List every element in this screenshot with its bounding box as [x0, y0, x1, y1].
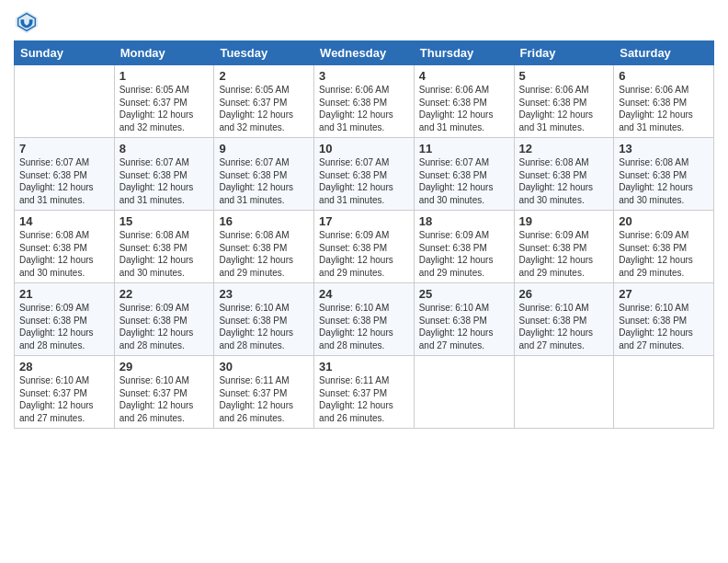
calendar-cell: 14Sunrise: 6:08 AMSunset: 6:38 PMDayligh… — [15, 211, 115, 283]
day-number: 21 — [19, 287, 109, 301]
calendar-page: SundayMondayTuesdayWednesdayThursdayFrid… — [0, 0, 728, 563]
day-info: Sunrise: 6:09 AMSunset: 6:38 PMDaylight:… — [619, 229, 709, 279]
day-number: 13 — [619, 142, 709, 155]
calendar-cell — [614, 356, 714, 429]
day-number: 18 — [419, 214, 509, 228]
weekday-header-row: SundayMondayTuesdayWednesdayThursdayFrid… — [15, 41, 714, 65]
week-row-4: 21Sunrise: 6:09 AMSunset: 6:38 PMDayligh… — [15, 283, 714, 356]
calendar-cell: 16Sunrise: 6:08 AMSunset: 6:38 PMDayligh… — [214, 211, 314, 283]
day-info: Sunrise: 6:07 AMSunset: 6:38 PMDaylight:… — [119, 156, 210, 206]
day-info: Sunrise: 6:09 AMSunset: 6:38 PMDaylight:… — [119, 302, 210, 351]
day-number: 30 — [219, 360, 309, 373]
calendar-cell: 18Sunrise: 6:09 AMSunset: 6:38 PMDayligh… — [414, 211, 514, 283]
day-number: 12 — [519, 142, 609, 155]
day-number: 27 — [619, 287, 709, 301]
day-number: 23 — [219, 287, 309, 301]
calendar-cell: 24Sunrise: 6:10 AMSunset: 6:38 PMDayligh… — [314, 283, 415, 356]
calendar-cell: 1Sunrise: 6:05 AMSunset: 6:37 PMDaylight… — [114, 65, 214, 138]
day-number: 28 — [19, 360, 109, 373]
day-number: 10 — [319, 142, 409, 155]
calendar-cell: 13Sunrise: 6:08 AMSunset: 6:38 PMDayligh… — [614, 138, 714, 211]
calendar-cell: 15Sunrise: 6:08 AMSunset: 6:38 PMDayligh… — [114, 211, 214, 283]
week-row-1: 1Sunrise: 6:05 AMSunset: 6:37 PMDaylight… — [15, 65, 714, 138]
weekday-header-tuesday: Tuesday — [214, 41, 314, 65]
calendar-cell: 2Sunrise: 6:05 AMSunset: 6:37 PMDaylight… — [214, 65, 314, 138]
day-info: Sunrise: 6:05 AMSunset: 6:37 PMDaylight:… — [219, 84, 309, 133]
svg-marker-0 — [16, 11, 38, 33]
day-number: 31 — [319, 360, 409, 373]
calendar-cell: 22Sunrise: 6:09 AMSunset: 6:38 PMDayligh… — [114, 283, 214, 356]
calendar-cell: 3Sunrise: 6:06 AMSunset: 6:38 PMDaylight… — [314, 65, 415, 138]
header — [14, 9, 714, 35]
calendar-cell: 29Sunrise: 6:10 AMSunset: 6:37 PMDayligh… — [114, 356, 214, 429]
day-info: Sunrise: 6:10 AMSunset: 6:38 PMDaylight:… — [619, 302, 709, 351]
day-info: Sunrise: 6:11 AMSunset: 6:37 PMDaylight:… — [219, 374, 309, 424]
day-info: Sunrise: 6:06 AMSunset: 6:38 PMDaylight:… — [319, 84, 409, 133]
weekday-header-monday: Monday — [114, 41, 214, 65]
day-number: 26 — [519, 287, 609, 301]
calendar-cell — [414, 356, 514, 429]
day-info: Sunrise: 6:06 AMSunset: 6:38 PMDaylight:… — [519, 84, 609, 133]
day-info: Sunrise: 6:10 AMSunset: 6:38 PMDaylight:… — [519, 302, 609, 351]
day-info: Sunrise: 6:10 AMSunset: 6:38 PMDaylight:… — [219, 302, 309, 351]
weekday-header-thursday: Thursday — [414, 41, 514, 65]
day-number: 24 — [319, 287, 409, 301]
day-info: Sunrise: 6:08 AMSunset: 6:38 PMDaylight:… — [519, 156, 609, 206]
day-info: Sunrise: 6:07 AMSunset: 6:38 PMDaylight:… — [319, 156, 409, 206]
day-number: 1 — [119, 69, 210, 83]
day-number: 15 — [119, 214, 210, 228]
day-number: 4 — [419, 69, 509, 83]
calendar-cell: 26Sunrise: 6:10 AMSunset: 6:38 PMDayligh… — [514, 283, 614, 356]
day-number: 2 — [219, 69, 309, 83]
day-number: 5 — [519, 69, 609, 83]
calendar-cell — [15, 65, 115, 138]
day-number: 8 — [119, 142, 210, 155]
calendar-cell: 19Sunrise: 6:09 AMSunset: 6:38 PMDayligh… — [514, 211, 614, 283]
calendar-cell: 23Sunrise: 6:10 AMSunset: 6:38 PMDayligh… — [214, 283, 314, 356]
week-row-5: 28Sunrise: 6:10 AMSunset: 6:37 PMDayligh… — [15, 356, 714, 429]
day-number: 14 — [19, 214, 109, 228]
calendar-cell — [514, 356, 614, 429]
day-info: Sunrise: 6:08 AMSunset: 6:38 PMDaylight:… — [219, 229, 309, 279]
day-info: Sunrise: 6:09 AMSunset: 6:38 PMDaylight:… — [419, 229, 509, 279]
logo — [14, 9, 42, 35]
day-info: Sunrise: 6:07 AMSunset: 6:38 PMDaylight:… — [19, 156, 109, 206]
weekday-header-saturday: Saturday — [614, 41, 714, 65]
day-info: Sunrise: 6:08 AMSunset: 6:38 PMDaylight:… — [619, 156, 709, 206]
day-number: 16 — [219, 214, 309, 228]
calendar-cell: 25Sunrise: 6:10 AMSunset: 6:38 PMDayligh… — [414, 283, 514, 356]
day-info: Sunrise: 6:07 AMSunset: 6:38 PMDaylight:… — [419, 156, 509, 206]
day-number: 11 — [419, 142, 509, 155]
calendar-table: SundayMondayTuesdayWednesdayThursdayFrid… — [14, 40, 714, 429]
day-info: Sunrise: 6:06 AMSunset: 6:38 PMDaylight:… — [419, 84, 509, 133]
day-number: 9 — [219, 142, 309, 155]
calendar-cell: 5Sunrise: 6:06 AMSunset: 6:38 PMDaylight… — [514, 65, 614, 138]
day-info: Sunrise: 6:09 AMSunset: 6:38 PMDaylight:… — [19, 302, 109, 351]
calendar-cell: 30Sunrise: 6:11 AMSunset: 6:37 PMDayligh… — [214, 356, 314, 429]
day-info: Sunrise: 6:05 AMSunset: 6:37 PMDaylight:… — [119, 84, 210, 133]
day-number: 19 — [519, 214, 609, 228]
day-info: Sunrise: 6:11 AMSunset: 6:37 PMDaylight:… — [319, 374, 409, 424]
calendar-cell: 7Sunrise: 6:07 AMSunset: 6:38 PMDaylight… — [15, 138, 115, 211]
day-info: Sunrise: 6:09 AMSunset: 6:38 PMDaylight:… — [519, 229, 609, 279]
calendar-cell: 11Sunrise: 6:07 AMSunset: 6:38 PMDayligh… — [414, 138, 514, 211]
week-row-2: 7Sunrise: 6:07 AMSunset: 6:38 PMDaylight… — [15, 138, 714, 211]
calendar-cell: 12Sunrise: 6:08 AMSunset: 6:38 PMDayligh… — [514, 138, 614, 211]
day-number: 29 — [119, 360, 210, 373]
calendar-cell: 10Sunrise: 6:07 AMSunset: 6:38 PMDayligh… — [314, 138, 415, 211]
calendar-cell: 17Sunrise: 6:09 AMSunset: 6:38 PMDayligh… — [314, 211, 415, 283]
day-info: Sunrise: 6:06 AMSunset: 6:38 PMDaylight:… — [619, 84, 709, 133]
day-info: Sunrise: 6:08 AMSunset: 6:38 PMDaylight:… — [19, 229, 109, 279]
logo-icon — [14, 9, 40, 35]
day-info: Sunrise: 6:10 AMSunset: 6:37 PMDaylight:… — [119, 374, 210, 424]
calendar-cell: 20Sunrise: 6:09 AMSunset: 6:38 PMDayligh… — [614, 211, 714, 283]
weekday-header-sunday: Sunday — [15, 41, 115, 65]
day-info: Sunrise: 6:10 AMSunset: 6:37 PMDaylight:… — [19, 374, 109, 424]
day-info: Sunrise: 6:08 AMSunset: 6:38 PMDaylight:… — [119, 229, 210, 279]
calendar-cell: 6Sunrise: 6:06 AMSunset: 6:38 PMDaylight… — [614, 65, 714, 138]
calendar-cell: 31Sunrise: 6:11 AMSunset: 6:37 PMDayligh… — [314, 356, 415, 429]
calendar-cell: 28Sunrise: 6:10 AMSunset: 6:37 PMDayligh… — [15, 356, 115, 429]
day-number: 25 — [419, 287, 509, 301]
week-row-3: 14Sunrise: 6:08 AMSunset: 6:38 PMDayligh… — [15, 211, 714, 283]
calendar-cell: 9Sunrise: 6:07 AMSunset: 6:38 PMDaylight… — [214, 138, 314, 211]
